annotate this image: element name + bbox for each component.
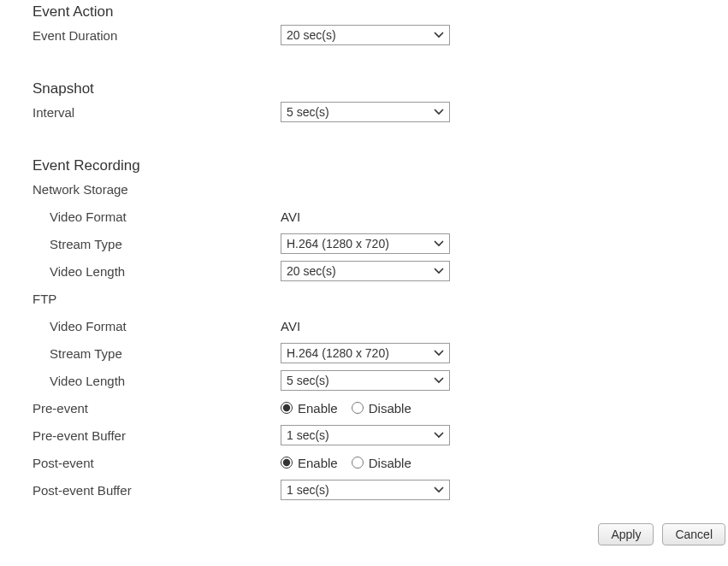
post-event-enable-radio[interactable] [281,457,293,469]
chevron-down-icon [434,486,444,493]
chevron-down-icon [434,268,444,274]
network-storage-heading: Network Storage [33,182,281,197]
ftp-video-format-value: AVI [281,319,300,333]
network-storage-heading-row: Network Storage [33,178,728,200]
pre-event-buffer-row: Pre-event Buffer 1 sec(s) [33,424,728,446]
post-event-buffer-row: Post-event Buffer 1 sec(s) [33,479,728,501]
post-event-disable-label: Disable [369,456,411,470]
chevron-down-icon [434,240,444,247]
ftp-video-length-row: Video Length 5 sec(s) [33,369,728,392]
ftp-heading-row: FTP [33,287,728,310]
snapshot-interval-label: Interval [33,105,281,120]
post-event-buffer-value: 1 sec(s) [287,483,329,497]
pre-event-buffer-label: Pre-event Buffer [33,428,281,443]
caption-mid: -related settings (briefed in earlier [186,563,433,566]
ns-video-length-select[interactable]: 20 sec(s) [281,261,450,281]
pre-event-row: Pre-event Enable Disable [33,397,728,419]
post-event-buffer-select[interactable]: 1 sec(s) [281,480,450,500]
post-event-label: Post-event [33,456,281,470]
pre-event-disable-label: Disable [369,401,411,416]
pre-event-disable-radio[interactable] [352,402,364,414]
snapshot-interval-select[interactable]: 5 sec(s) [281,102,450,122]
ns-stream-type-row: Stream Type H.264 (1280 x 720) [33,233,728,255]
pre-event-buffer-select[interactable]: 1 sec(s) [281,425,450,445]
ns-stream-type-value: H.264 (1280 x 720) [287,237,389,251]
event-recording-heading: Event Recording [33,157,728,174]
ftp-stream-type-select[interactable]: H.264 (1280 x 720) [281,343,450,363]
chevron-down-icon [434,432,444,439]
ftp-video-length-value: 5 sec(s) [287,374,329,387]
ns-video-format-label: Video Format [33,209,281,224]
page-caption: This page provides Event-related setting… [0,563,728,566]
ftp-video-length-label: Video Length [33,374,281,388]
post-event-buffer-label: Post-event Buffer [33,483,281,498]
caption-bold2: Wizard [433,563,486,566]
event-duration-select[interactable]: 20 sec(s) [281,25,450,45]
ns-stream-type-label: Stream Type [33,237,281,251]
ftp-heading: FTP [33,292,281,306]
ns-stream-type-select[interactable]: H.264 (1280 x 720) [281,233,450,254]
ns-video-length-row: Video Length 20 sec(s) [33,260,728,282]
caption-prefix: This page provides [0,563,142,566]
post-event-enable-label: Enable [298,456,338,470]
event-duration-row: Event Duration 20 sec(s) [33,24,728,46]
snapshot-heading: Snapshot [33,80,728,97]
pre-event-enable-radio[interactable] [281,402,293,414]
ns-video-length-label: Video Length [33,264,281,279]
ftp-stream-type-value: H.264 (1280 x 720) [287,346,389,360]
pre-event-label: Pre-event [33,401,281,416]
chevron-down-icon [434,377,444,384]
ftp-stream-type-row: Stream Type H.264 (1280 x 720) [33,342,728,364]
ns-video-length-value: 20 sec(s) [287,264,336,278]
caption-suffix: sections). [486,563,560,566]
chevron-down-icon [434,32,444,38]
ns-video-format-value: AVI [281,209,300,224]
buttons-row: Apply Cancel [33,523,725,545]
ftp-video-format-row: Video Format AVI [33,315,728,337]
cancel-button[interactable]: Cancel [662,523,725,545]
event-action-heading: Event Action [33,3,728,21]
apply-button[interactable]: Apply [598,523,654,545]
ftp-video-length-select[interactable]: 5 sec(s) [281,370,450,391]
snapshot-interval-row: Interval 5 sec(s) [33,101,728,123]
event-duration-label: Event Duration [33,28,281,43]
snapshot-interval-value: 5 sec(s) [287,105,329,119]
post-event-disable-radio[interactable] [352,457,364,469]
ns-video-format-row: Video Format AVI [33,205,728,227]
post-event-row: Post-event Enable Disable [33,451,728,474]
ftp-stream-type-label: Stream Type [33,346,281,361]
ftp-video-format-label: Video Format [33,319,281,333]
pre-event-enable-label: Enable [298,401,338,416]
chevron-down-icon [434,350,444,357]
event-duration-value: 20 sec(s) [287,28,336,42]
caption-bold1: Event [142,563,186,566]
chevron-down-icon [434,109,444,115]
pre-event-buffer-value: 1 sec(s) [287,428,329,442]
